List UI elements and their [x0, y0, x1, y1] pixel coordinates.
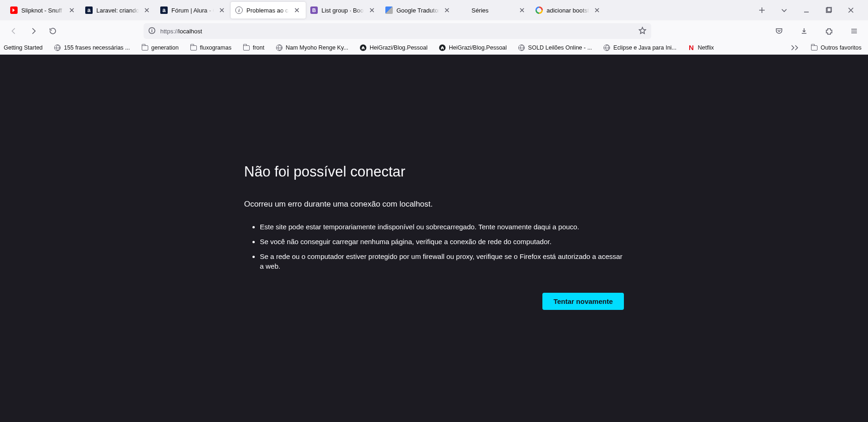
new-tab-button[interactable] [755, 3, 769, 17]
page-content: Não foi possível conectar Ocorreu um err… [0, 55, 868, 422]
url-scheme: https:// [160, 28, 178, 35]
bookmark-label: 155 frases necessárias ... [64, 44, 130, 51]
downloads-button[interactable] [797, 24, 811, 38]
tab-google-tradutor[interactable]: Google Tradutor [381, 2, 456, 19]
error-suggestion-item: Este site pode estar temporariamente ind… [260, 222, 624, 232]
close-tab-button[interactable] [143, 6, 151, 14]
alura-icon [160, 6, 168, 14]
google-icon [535, 6, 543, 14]
bootstrap-icon [310, 6, 318, 14]
tab-title: List group · Bootst [321, 7, 364, 14]
bookmark-nam-myoho[interactable]: Nam Myoho Renge Ky... [274, 43, 350, 53]
bookmark-netflix[interactable]: N Netflix [686, 43, 716, 53]
window-maximize-button[interactable] [822, 3, 836, 17]
google-translate-icon [385, 6, 393, 14]
tab-strip: Slipknot - Snuff [O Laravel: criando u F… [0, 0, 868, 20]
retry-button[interactable]: Tentar novamente [542, 293, 624, 310]
globe-icon [54, 44, 61, 51]
alura-icon [85, 6, 93, 14]
close-tab-button[interactable] [218, 6, 226, 14]
forward-button[interactable] [26, 24, 41, 38]
bookmark-label: front [253, 44, 264, 51]
window-minimize-button[interactable] [799, 3, 813, 17]
bookmark-label: Eclipse e Java para Ini... [613, 44, 676, 51]
github-icon [439, 44, 446, 51]
site-info-icon[interactable] [148, 27, 156, 36]
tab-laravel[interactable]: Laravel: criando u [81, 2, 156, 19]
bookmark-label: HeiGrazi/Blog.Pessoal [370, 44, 428, 51]
globe-icon [518, 44, 525, 51]
error-container: Não foi possível conectar Ocorreu um err… [244, 164, 624, 422]
tab-forum[interactable]: Fórum | Alura - Cu [156, 2, 231, 19]
bookmark-label: SOLD Leilões Online - ... [528, 44, 592, 51]
tab-title: Laravel: criando u [96, 7, 139, 14]
tab-slipknot[interactable]: Slipknot - Snuff [O [6, 2, 81, 19]
error-subtitle: Ocorreu um erro durante uma conexão com … [244, 200, 624, 209]
bookmark-label: generation [151, 44, 179, 51]
bookmark-heigrazi-2[interactable]: HeiGrazi/Blog.Pessoal [437, 43, 509, 53]
url-host: localhost [178, 28, 202, 35]
netflix-icon: N [688, 44, 695, 51]
bookmark-155-frases[interactable]: 155 frases necessárias ... [52, 43, 132, 53]
bookmark-eclipse-java[interactable]: Eclipse e Java para Ini... [601, 43, 678, 53]
bookmark-star-button[interactable] [638, 26, 647, 36]
tab-title: Slipknot - Snuff [O [21, 7, 64, 14]
bookmark-label: HeiGrazi/Blog.Pessoal [449, 44, 507, 51]
tab-bootstrap[interactable]: List group · Bootst [306, 2, 381, 19]
tab-title: Séries [472, 7, 514, 14]
folder-icon [243, 45, 250, 50]
close-tab-button[interactable] [368, 6, 376, 14]
list-all-tabs-button[interactable] [777, 3, 791, 17]
bookmark-label: Nam Myoho Renge Ky... [286, 44, 348, 51]
save-to-pocket-button[interactable] [772, 24, 786, 38]
error-title: Não foi possível conectar [244, 164, 624, 180]
bookmark-folder-generation[interactable]: generation [139, 43, 181, 53]
reload-button[interactable] [45, 24, 60, 38]
info-icon [235, 6, 243, 14]
bookmark-label: Getting Started [4, 44, 43, 51]
bookmark-getting-started[interactable]: Getting Started [2, 43, 44, 52]
folder-icon [190, 45, 197, 50]
close-tab-button[interactable] [593, 6, 601, 14]
back-button[interactable] [6, 24, 21, 38]
other-bookmarks-button[interactable]: Outros favoritos [809, 43, 863, 53]
bookmark-heigrazi-1[interactable]: HeiGrazi/Blog.Pessoal [358, 43, 429, 53]
application-menu-button[interactable] [847, 24, 862, 38]
error-suggestion-list: Este site pode estar temporariamente ind… [244, 222, 624, 271]
bookmark-folder-fluxogramas[interactable]: fluxogramas [188, 43, 233, 53]
url-bar[interactable]: https://localhost [144, 23, 651, 39]
error-suggestion-item: Se você não conseguir carregar nenhuma p… [260, 237, 624, 247]
youtube-icon [10, 6, 18, 14]
tab-adicionar-bootstrap[interactable]: adicionar bootstra [531, 2, 606, 19]
navigation-toolbar: https://localhost [0, 20, 868, 42]
close-tab-button[interactable] [68, 6, 76, 14]
bookmarks-overflow-button[interactable] [788, 44, 801, 51]
close-tab-button[interactable] [293, 6, 301, 14]
tab-problemas[interactable]: Problemas ao car [231, 2, 306, 19]
error-suggestion-item: Se a rede ou o computador estiver proteg… [260, 252, 624, 272]
bookmark-label: fluxogramas [200, 44, 232, 51]
bookmarks-toolbar: Getting Started 155 frases necessárias .… [0, 42, 868, 55]
bookmark-folder-front[interactable]: front [241, 43, 266, 53]
folder-icon [142, 45, 148, 50]
bookmark-label: Netflix [698, 44, 714, 51]
tab-title: Problemas ao car [246, 7, 289, 14]
github-icon [360, 44, 366, 51]
tab-title: Fórum | Alura - Cu [171, 7, 214, 14]
window-close-button[interactable] [844, 3, 858, 17]
tab-title: Google Tradutor [396, 7, 439, 14]
globe-icon [604, 44, 610, 51]
extensions-button[interactable] [822, 24, 837, 38]
globe-icon [276, 44, 283, 51]
close-tab-button[interactable] [518, 6, 526, 14]
folder-icon [811, 45, 818, 50]
other-bookmarks-label: Outros favoritos [821, 44, 862, 51]
close-tab-button[interactable] [443, 6, 451, 14]
blank-favicon [460, 6, 468, 14]
url-text: https://localhost [160, 28, 634, 35]
bookmark-sold-leiloes[interactable]: SOLD Leilões Online - ... [516, 43, 594, 53]
tab-series[interactable]: Séries [456, 2, 531, 19]
tab-title: adicionar bootstra [547, 7, 589, 14]
